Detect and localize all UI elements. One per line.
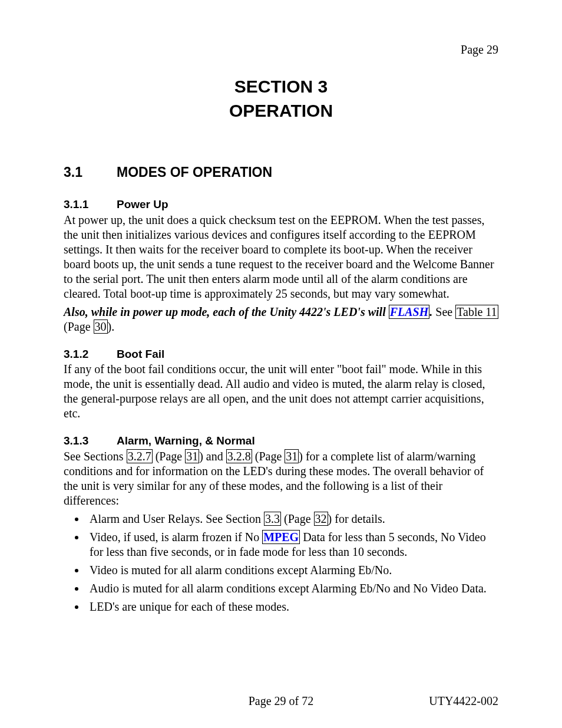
link-section-3-3[interactable]: 3.3 xyxy=(264,512,281,526)
heading-3-1-number: 3.1 xyxy=(64,164,117,181)
link-page-32[interactable]: 32 xyxy=(314,512,328,526)
para-3-1-2-body: If any of the boot fail conditions occur… xyxy=(64,362,498,421)
section-3-1-2: 3.1.2Boot Fail If any of the boot fail c… xyxy=(64,347,498,421)
heading-3-1-1-number: 3.1.1 xyxy=(64,197,117,212)
section-title: SECTION 3 OPERATION xyxy=(64,75,498,123)
note-openparen: (Page xyxy=(64,320,94,333)
bullet-list: Alarm and User Relays. See Section 3.3 (… xyxy=(64,512,498,614)
link-flash[interactable]: FLASH xyxy=(389,305,430,319)
link-page-30[interactable]: 30 xyxy=(94,319,108,334)
heading-3-1: 3.1MODES OF OPERATION xyxy=(64,164,498,181)
heading-3-1-2-number: 3.1.2 xyxy=(64,347,117,361)
section-title-line1: SECTION 3 xyxy=(234,77,328,96)
page-number-header: Page 29 xyxy=(64,42,498,57)
para-3-1-1-body: At power up, the unit does a quick check… xyxy=(64,213,498,301)
section-3-1-1: 3.1.1Power Up At power up, the unit does… xyxy=(64,197,498,334)
t4: (Page xyxy=(252,450,285,463)
section-3-1-3: 3.1.3Alarm, Warning, & Normal See Sectio… xyxy=(64,434,498,614)
footer-right: UTY4422-002 xyxy=(429,694,498,709)
bullet-1: Alarm and User Relays. See Section 3.3 (… xyxy=(86,512,498,526)
section-title-line2: OPERATION xyxy=(229,101,333,120)
heading-3-1-text: MODES OF OPERATION xyxy=(117,164,272,180)
b1c: ) for details. xyxy=(328,512,385,525)
bullet-5: LED's are unique for each of these modes… xyxy=(86,599,498,614)
heading-3-1-2-text: Boot Fail xyxy=(117,348,164,360)
heading-3-1-3: 3.1.3Alarm, Warning, & Normal xyxy=(64,434,498,448)
link-section-3-2-8[interactable]: 3.2.8 xyxy=(226,449,252,463)
t1: See Sections xyxy=(64,450,127,463)
link-section-3-2-7[interactable]: 3.2.7 xyxy=(127,449,153,463)
note-close: ). xyxy=(108,320,115,333)
note-see: See xyxy=(432,305,455,318)
heading-3-1-3-text: Alarm, Warning, & Normal xyxy=(117,434,255,447)
t2: (Page xyxy=(153,450,186,463)
document-page: Page 29 SECTION 3 OPERATION 3.1MODES OF … xyxy=(0,0,562,728)
note-lead: Also, while in power up mode, each of th… xyxy=(64,305,389,318)
link-page-31b[interactable]: 31 xyxy=(285,449,299,463)
b1a: Alarm and User Relays. See Section xyxy=(90,512,264,525)
link-page-31a[interactable]: 31 xyxy=(185,449,199,463)
para-3-1-1-note: Also, while in power up mode, each of th… xyxy=(64,305,498,334)
bullet-4: Audio is muted for all alarm conditions … xyxy=(86,581,498,596)
t3: ) and xyxy=(199,450,226,463)
heading-3-1-1-text: Power Up xyxy=(117,198,168,210)
bullet-2: Video, if used, is alarm frozen if No MP… xyxy=(86,530,498,559)
para-3-1-3-body: See Sections 3.2.7 (Page 31) and 3.2.8 (… xyxy=(64,449,498,508)
b2a: Video, if used, is alarm frozen if No xyxy=(90,531,262,543)
bullet-3: Video is muted for all alarm conditions … xyxy=(86,563,498,578)
link-table-11[interactable]: Table 11 xyxy=(455,305,498,319)
link-mpeg[interactable]: MPEG xyxy=(262,530,300,544)
heading-3-1-1: 3.1.1Power Up xyxy=(64,197,498,212)
b1b: (Page xyxy=(281,512,314,525)
heading-3-1-2: 3.1.2Boot Fail xyxy=(64,347,498,361)
heading-3-1-3-number: 3.1.3 xyxy=(64,434,117,448)
